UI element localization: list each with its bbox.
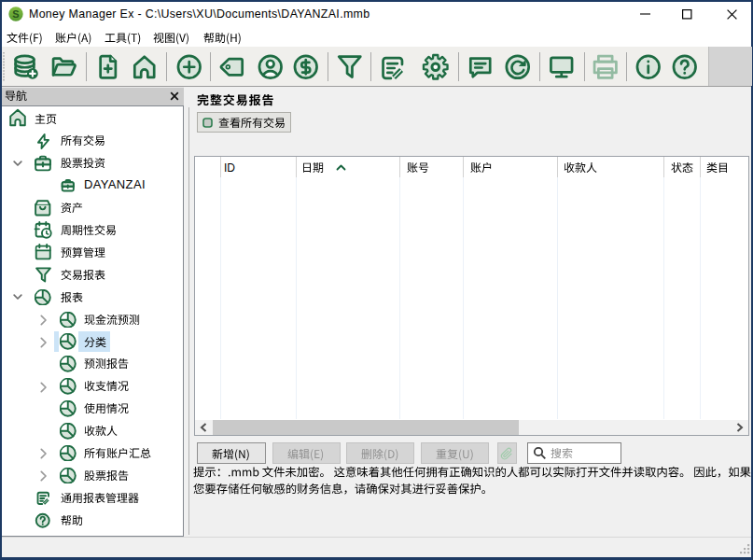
svg-text:S: S [12,8,19,20]
